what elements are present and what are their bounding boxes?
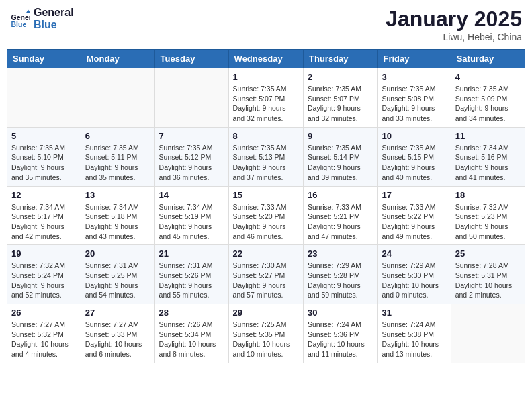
day-number: 24 (382, 248, 446, 259)
day-info: Sunrise: 7:31 AM Sunset: 5:26 PM Dayligh… (159, 261, 224, 300)
calendar-cell: 29Sunrise: 7:25 AM Sunset: 5:35 PM Dayli… (228, 304, 303, 363)
day-info: Sunrise: 7:35 AM Sunset: 5:11 PM Dayligh… (85, 143, 150, 183)
calendar-cell: 24Sunrise: 7:29 AM Sunset: 5:30 PM Dayli… (378, 245, 451, 304)
calendar-cell: 15Sunrise: 7:33 AM Sunset: 5:20 PM Dayli… (228, 186, 303, 245)
calendar-week-row: 12Sunrise: 7:34 AM Sunset: 5:17 PM Dayli… (7, 186, 525, 245)
day-number: 3 (382, 72, 446, 82)
weekday-header: Monday (81, 50, 154, 68)
day-info: Sunrise: 7:35 AM Sunset: 5:07 PM Dayligh… (233, 84, 299, 124)
day-number: 1 (233, 72, 299, 82)
day-number: 27 (85, 308, 150, 318)
calendar-cell: 8Sunrise: 7:35 AM Sunset: 5:13 PM Daylig… (228, 127, 303, 186)
day-info: Sunrise: 7:27 AM Sunset: 5:33 PM Dayligh… (85, 320, 150, 359)
day-number: 19 (11, 248, 77, 259)
page-header: General Blue General Blue January 2025 L… (7, 7, 525, 42)
day-number: 22 (233, 248, 299, 259)
day-number: 30 (308, 308, 373, 318)
calendar-cell (154, 68, 228, 128)
day-info: Sunrise: 7:24 AM Sunset: 5:38 PM Dayligh… (382, 320, 446, 359)
weekday-header: Sunday (7, 50, 81, 68)
day-info: Sunrise: 7:35 AM Sunset: 5:13 PM Dayligh… (233, 143, 299, 183)
day-number: 8 (233, 131, 299, 141)
calendar-week-row: 5Sunrise: 7:35 AM Sunset: 5:10 PM Daylig… (7, 127, 525, 186)
calendar-cell: 25Sunrise: 7:28 AM Sunset: 5:31 PM Dayli… (451, 245, 525, 304)
day-info: Sunrise: 7:34 AM Sunset: 5:17 PM Dayligh… (11, 202, 77, 242)
day-number: 29 (233, 308, 299, 318)
day-info: Sunrise: 7:33 AM Sunset: 5:20 PM Dayligh… (233, 202, 299, 242)
calendar-cell: 5Sunrise: 7:35 AM Sunset: 5:10 PM Daylig… (7, 127, 81, 186)
calendar-cell: 4Sunrise: 7:35 AM Sunset: 5:09 PM Daylig… (451, 68, 525, 128)
calendar-cell: 20Sunrise: 7:31 AM Sunset: 5:25 PM Dayli… (81, 245, 154, 304)
calendar-body: 1Sunrise: 7:35 AM Sunset: 5:07 PM Daylig… (7, 68, 525, 363)
calendar-cell: 19Sunrise: 7:32 AM Sunset: 5:24 PM Dayli… (7, 245, 81, 304)
day-info: Sunrise: 7:30 AM Sunset: 5:27 PM Dayligh… (233, 261, 299, 300)
day-info: Sunrise: 7:35 AM Sunset: 5:15 PM Dayligh… (382, 143, 446, 183)
calendar-cell: 2Sunrise: 7:35 AM Sunset: 5:07 PM Daylig… (304, 68, 378, 128)
day-info: Sunrise: 7:32 AM Sunset: 5:23 PM Dayligh… (455, 202, 521, 242)
day-info: Sunrise: 7:31 AM Sunset: 5:25 PM Dayligh… (85, 261, 150, 300)
day-info: Sunrise: 7:35 AM Sunset: 5:12 PM Dayligh… (159, 143, 224, 183)
day-number: 7 (159, 131, 224, 141)
day-number: 18 (455, 190, 521, 200)
day-number: 4 (455, 72, 521, 82)
day-number: 16 (308, 190, 373, 200)
weekday-header: Saturday (451, 50, 525, 68)
day-number: 23 (308, 248, 373, 259)
month-title: January 2025 (386, 7, 522, 32)
day-info: Sunrise: 7:26 AM Sunset: 5:34 PM Dayligh… (159, 320, 224, 359)
day-info: Sunrise: 7:28 AM Sunset: 5:31 PM Dayligh… (455, 261, 521, 300)
weekday-header: Wednesday (228, 50, 303, 68)
day-number: 5 (11, 131, 77, 141)
title-section: January 2025 Liwu, Hebei, China (386, 7, 522, 42)
calendar-cell: 27Sunrise: 7:27 AM Sunset: 5:33 PM Dayli… (81, 304, 154, 363)
location: Liwu, Hebei, China (386, 32, 522, 42)
weekday-header: Friday (378, 50, 451, 68)
day-number: 11 (455, 131, 521, 141)
calendar-week-row: 26Sunrise: 7:27 AM Sunset: 5:32 PM Dayli… (7, 304, 525, 363)
day-info: Sunrise: 7:33 AM Sunset: 5:21 PM Dayligh… (308, 202, 373, 242)
calendar-cell: 12Sunrise: 7:34 AM Sunset: 5:17 PM Dayli… (7, 186, 81, 245)
calendar-cell: 26Sunrise: 7:27 AM Sunset: 5:32 PM Dayli… (7, 304, 81, 363)
day-info: Sunrise: 7:29 AM Sunset: 5:28 PM Dayligh… (308, 261, 373, 300)
calendar-cell: 18Sunrise: 7:32 AM Sunset: 5:23 PM Dayli… (451, 186, 525, 245)
calendar-cell (451, 304, 525, 363)
logo: General Blue General Blue (10, 7, 74, 30)
calendar-cell (81, 68, 154, 128)
calendar-table: SundayMondayTuesdayWednesdayThursdayFrid… (7, 49, 525, 363)
calendar-cell: 28Sunrise: 7:26 AM Sunset: 5:34 PM Dayli… (154, 304, 228, 363)
day-number: 26 (11, 308, 77, 318)
day-info: Sunrise: 7:34 AM Sunset: 5:18 PM Dayligh… (85, 202, 150, 242)
day-info: Sunrise: 7:33 AM Sunset: 5:22 PM Dayligh… (382, 202, 446, 242)
day-number: 25 (455, 248, 521, 259)
day-number: 21 (159, 248, 224, 259)
day-info: Sunrise: 7:32 AM Sunset: 5:24 PM Dayligh… (11, 261, 77, 300)
day-number: 15 (233, 190, 299, 200)
calendar-week-row: 1Sunrise: 7:35 AM Sunset: 5:07 PM Daylig… (7, 68, 525, 128)
calendar-cell: 17Sunrise: 7:33 AM Sunset: 5:22 PM Dayli… (378, 186, 451, 245)
day-info: Sunrise: 7:35 AM Sunset: 5:09 PM Dayligh… (455, 84, 521, 124)
day-info: Sunrise: 7:29 AM Sunset: 5:30 PM Dayligh… (382, 261, 446, 300)
calendar-cell: 14Sunrise: 7:34 AM Sunset: 5:19 PM Dayli… (154, 186, 228, 245)
calendar-cell: 6Sunrise: 7:35 AM Sunset: 5:11 PM Daylig… (81, 127, 154, 186)
day-info: Sunrise: 7:35 AM Sunset: 5:14 PM Dayligh… (308, 143, 373, 183)
calendar-cell: 16Sunrise: 7:33 AM Sunset: 5:21 PM Dayli… (304, 186, 378, 245)
calendar-cell: 7Sunrise: 7:35 AM Sunset: 5:12 PM Daylig… (154, 127, 228, 186)
day-info: Sunrise: 7:24 AM Sunset: 5:36 PM Dayligh… (308, 320, 373, 359)
calendar-header-row: SundayMondayTuesdayWednesdayThursdayFrid… (7, 50, 525, 68)
day-number: 13 (85, 190, 150, 200)
day-number: 6 (85, 131, 150, 141)
day-number: 28 (159, 308, 224, 318)
day-number: 17 (382, 190, 446, 200)
logo-icon: General Blue (10, 9, 30, 29)
calendar-cell (7, 68, 81, 128)
day-number: 10 (382, 131, 446, 141)
calendar-week-row: 19Sunrise: 7:32 AM Sunset: 5:24 PM Dayli… (7, 245, 525, 304)
calendar-cell: 1Sunrise: 7:35 AM Sunset: 5:07 PM Daylig… (228, 68, 303, 128)
weekday-header: Tuesday (154, 50, 228, 68)
day-number: 2 (308, 72, 373, 82)
weekday-header: Thursday (304, 50, 378, 68)
day-number: 9 (308, 131, 373, 141)
day-number: 31 (382, 308, 446, 318)
calendar-cell: 31Sunrise: 7:24 AM Sunset: 5:38 PM Dayli… (378, 304, 451, 363)
day-number: 20 (85, 248, 150, 259)
